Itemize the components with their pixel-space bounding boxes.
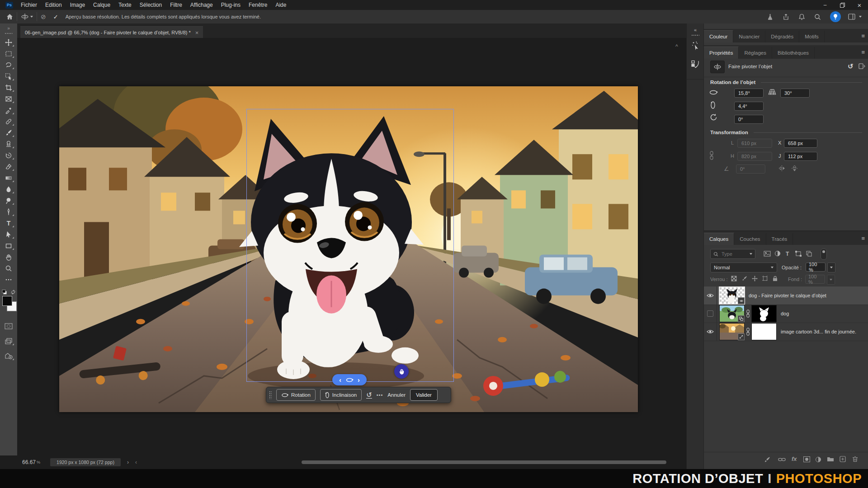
notifications-bell-icon[interactable] xyxy=(798,14,805,20)
filter-toggle-pin[interactable] xyxy=(821,249,827,260)
type-tool[interactable]: T xyxy=(2,217,15,229)
filter-smart-object-icon[interactable] xyxy=(806,251,812,257)
opacity-value[interactable]: 100 % xyxy=(806,263,826,272)
rotation-button[interactable]: Rotation xyxy=(276,389,316,401)
rotate-left-chevron-icon[interactable]: ‹ xyxy=(339,377,341,383)
menu-edition[interactable]: Edition xyxy=(41,0,66,10)
more-options-icon[interactable]: ••• xyxy=(377,392,383,398)
filter-type-icon[interactable]: T xyxy=(786,251,789,257)
spot-healing-tool[interactable] xyxy=(2,116,15,127)
gradient-tool[interactable] xyxy=(2,172,15,183)
layer-thumbnail[interactable] xyxy=(720,305,744,322)
tool-dropdown-caret[interactable] xyxy=(30,16,33,18)
new-adjustment-icon[interactable] xyxy=(815,456,821,463)
edit-in-app-icon[interactable] xyxy=(2,350,15,361)
layer-filter-search[interactable] xyxy=(710,249,755,259)
layer-mask-thumbnail[interactable] xyxy=(752,324,776,340)
dock-grip[interactable] xyxy=(691,34,699,37)
rectangular-marquee-tool[interactable] xyxy=(2,48,15,59)
move-tool[interactable] xyxy=(2,37,15,48)
menu-plugins[interactable]: Plug-ins xyxy=(217,0,245,10)
filter-image-icon[interactable] xyxy=(764,251,771,257)
delete-layer-trash-icon[interactable] xyxy=(852,456,858,462)
rotate-right-chevron-icon[interactable]: › xyxy=(358,377,360,383)
opacity-caret[interactable] xyxy=(827,263,835,272)
reset-properties-icon[interactable]: ↺ xyxy=(848,62,854,70)
lasso-tool[interactable] xyxy=(2,59,15,70)
zoom-tool[interactable] xyxy=(2,263,15,274)
panel-options-icon[interactable] xyxy=(859,63,865,69)
path-selection-tool[interactable] xyxy=(2,229,15,240)
swap-colors-icon[interactable] xyxy=(10,290,16,295)
rectangle-tool[interactable] xyxy=(2,240,15,251)
layer-name[interactable]: dog xyxy=(781,311,789,316)
workspace-switcher-icon[interactable] xyxy=(848,14,855,20)
filter-shape-icon[interactable] xyxy=(795,251,802,257)
eraser-tool[interactable] xyxy=(2,161,15,172)
hand-tool[interactable] xyxy=(2,251,15,263)
layer-filter-input[interactable] xyxy=(721,251,747,257)
scroll-left-chevron-icon[interactable]: ‹ xyxy=(135,459,137,465)
tab-reglages[interactable]: Réglages xyxy=(739,47,772,59)
blur-tool[interactable] xyxy=(2,183,15,195)
lock-all-icon[interactable] xyxy=(773,276,778,282)
layer-mask-thumbnail[interactable] xyxy=(752,305,776,322)
tab-traces[interactable]: Tracés xyxy=(766,233,793,245)
layer-row-dog[interactable]: dog xyxy=(704,305,868,323)
beta-flask-icon[interactable] xyxy=(767,14,774,20)
layer-visibility-toggle[interactable] xyxy=(704,323,717,341)
discover-lightbulb-icon[interactable] xyxy=(830,11,841,22)
taskbar-grip[interactable] xyxy=(269,391,272,399)
skew-button[interactable]: Inclinaison xyxy=(320,389,362,401)
menu-fenetre[interactable]: Fenêtre xyxy=(245,0,271,10)
layers-panel-menu-icon[interactable]: ≡ xyxy=(861,235,865,241)
screen-mode-icon[interactable] xyxy=(2,335,15,347)
layer-visibility-toggle[interactable] xyxy=(704,286,717,305)
lock-artboard-icon[interactable] xyxy=(762,276,768,282)
commit-check-icon[interactable]: ✓ xyxy=(53,14,58,20)
close-button[interactable]: × xyxy=(851,0,868,10)
layer-row-background-image[interactable]: image cartoon 3d... fin de journée. xyxy=(704,323,868,341)
tab-close-icon[interactable]: × xyxy=(195,29,199,36)
layer-thumbnail[interactable] xyxy=(720,324,744,340)
expand-panels-icon[interactable]: « xyxy=(694,27,697,33)
rotate-tool-icon[interactable] xyxy=(21,13,29,20)
menu-filtre[interactable]: Filtre xyxy=(166,0,186,10)
mask-link-icon[interactable] xyxy=(746,310,750,318)
tab-nuancier[interactable]: Nuancier xyxy=(733,31,765,42)
zoom-level-value[interactable]: 66.67 xyxy=(22,459,36,465)
frame-tool[interactable] xyxy=(2,93,15,104)
menu-fichier[interactable]: Fichier xyxy=(17,0,41,10)
layer-name[interactable]: dog - Faire pivoter le calque d’objet xyxy=(749,293,826,298)
menu-texte[interactable]: Texte xyxy=(114,0,136,10)
generative-wand-panel-icon[interactable] xyxy=(691,41,700,50)
y-position-field[interactable]: 112 px xyxy=(784,152,817,161)
new-group-folder-icon[interactable] xyxy=(827,456,834,462)
menu-image[interactable]: Image xyxy=(66,0,89,10)
lock-position-icon[interactable] xyxy=(752,276,758,282)
rotate-orbit-icon[interactable] xyxy=(345,377,354,383)
link-dimensions-icon[interactable] xyxy=(709,151,714,160)
pen-tool[interactable] xyxy=(2,206,15,217)
toolbar-collapse-icon[interactable]: » xyxy=(7,26,10,31)
link-layers-icon[interactable] xyxy=(778,457,786,462)
lock-transparency-icon[interactable] xyxy=(731,276,737,282)
menu-affichage[interactable]: Affichage xyxy=(186,0,217,10)
document-tab[interactable]: 06-gen_image.psd @ 66,7% (dog - Faire pi… xyxy=(20,26,203,38)
color-panel-menu-icon[interactable]: ≡ xyxy=(861,33,865,39)
home-icon[interactable] xyxy=(6,14,13,20)
canvas-collapse-chevron-icon[interactable]: ^ xyxy=(675,43,678,50)
tab-proprietes[interactable]: Propriétés xyxy=(704,47,739,59)
history-brush-tool[interactable] xyxy=(2,150,15,161)
menu-aide[interactable]: Aide xyxy=(271,0,290,10)
tab-couleur[interactable]: Couleur xyxy=(704,30,733,42)
layer-name[interactable]: image cartoon 3d... fin de journée. xyxy=(781,329,856,334)
rotation-vertical-field[interactable]: 4,4° xyxy=(734,102,764,111)
history-panel-icon[interactable] xyxy=(691,60,700,69)
rotation-roll-field[interactable]: 0° xyxy=(734,115,764,124)
reset-transform-icon[interactable]: ↺ xyxy=(366,391,372,399)
clone-stamp-tool[interactable] xyxy=(2,138,15,150)
menu-selection[interactable]: Sélection xyxy=(136,0,166,10)
properties-panel-menu-icon[interactable]: ≡ xyxy=(861,49,865,55)
blend-mode-select[interactable]: Normal xyxy=(710,263,777,272)
